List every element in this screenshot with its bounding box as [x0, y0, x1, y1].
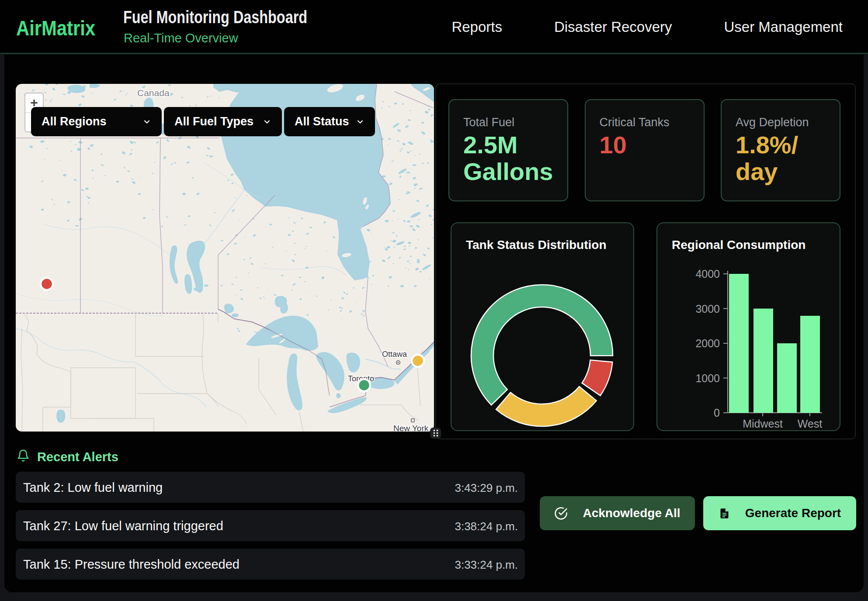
svg-text:Ottawa: Ottawa	[382, 350, 407, 359]
svg-text:New York: New York	[393, 424, 429, 432]
svg-text:Canada: Canada	[137, 88, 170, 98]
